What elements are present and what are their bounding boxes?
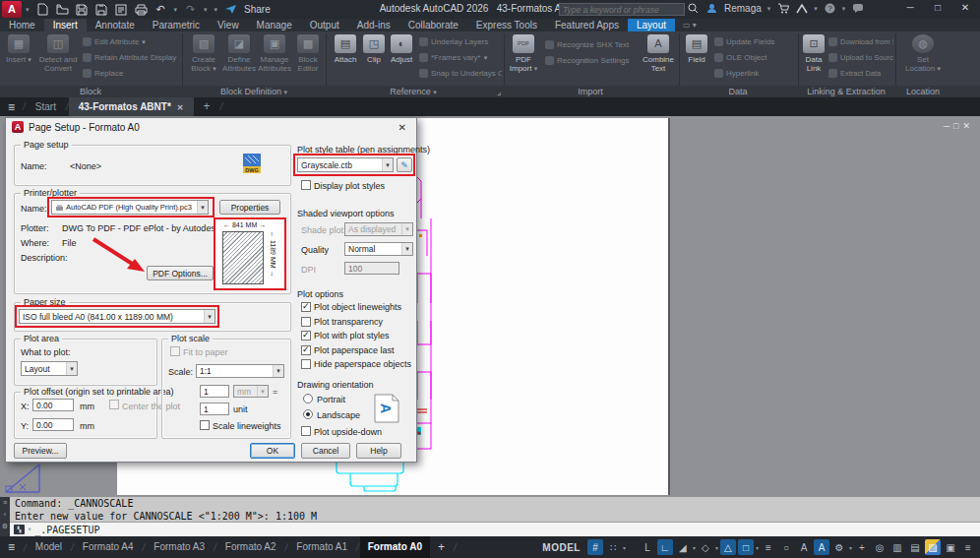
panel-caption-import[interactable]: Import xyxy=(521,86,659,97)
ribbon-tab-home[interactable]: Home xyxy=(0,19,44,31)
plot-option-checkbox[interactable] xyxy=(301,359,311,369)
preview-button[interactable]: Preview... xyxy=(14,443,67,459)
ribbon-tab-insert[interactable]: Insert xyxy=(44,19,87,31)
ribbon-tab-collaborate[interactable]: Collaborate xyxy=(399,19,467,31)
ribbon-tab-add-ins[interactable]: Add-ins xyxy=(348,19,399,31)
customize-menu-icon[interactable]: ≡ xyxy=(960,539,976,555)
block-editor-button[interactable]: ▩ Block Editor xyxy=(291,34,325,73)
panel-caption-block-definition[interactable]: Block Definition ▾ xyxy=(185,86,323,97)
dpi-input[interactable]: 100 xyxy=(344,262,399,275)
printer-name-select[interactable]: AutoCAD PDF (High Quality Print).pc3▾ xyxy=(51,200,209,215)
hardware-accel-icon[interactable]: ▥ xyxy=(889,539,905,555)
extract-data-button[interactable]: Extract Data xyxy=(828,68,893,79)
ribbon-tab-featured-apps[interactable]: Featured Apps xyxy=(546,19,628,31)
plot-option-checkbox[interactable] xyxy=(301,345,311,355)
retain-attribute-button[interactable]: Retain Attribute Display▾ xyxy=(83,52,179,63)
what-to-plot-select[interactable]: Layout▾ xyxy=(21,361,78,376)
define-attributes-button[interactable]: ◪ Define Attributes xyxy=(222,34,256,73)
ribbon-tab-view[interactable]: View xyxy=(209,19,248,31)
fit-to-paper-checkbox[interactable] xyxy=(170,346,180,356)
workspace-gear-icon[interactable]: ⚙ xyxy=(831,539,847,555)
layout-tab-formato-a2[interactable]: Formato A2 xyxy=(217,536,284,558)
dropdown-arrow-icon[interactable]: ▾ xyxy=(756,544,759,551)
command-dropdown-icon[interactable]: ▾ xyxy=(28,526,31,533)
file-tab-close-icon[interactable]: ✕ xyxy=(177,103,184,112)
help-dropdown-icon[interactable]: ▾ xyxy=(842,5,846,13)
autodesk-mark-icon[interactable] xyxy=(795,2,808,15)
layout-tab-formato-a3[interactable]: Formato A3 xyxy=(146,536,213,558)
viewport-close-icon[interactable]: ✕ xyxy=(962,121,974,131)
collapse-icon[interactable]: ‹ xyxy=(0,509,10,521)
undo-icon[interactable]: ↶ xyxy=(154,3,167,16)
edit-plot-style-button[interactable]: ✎ xyxy=(397,157,412,172)
graphics-performance-icon[interactable]: ▨ xyxy=(925,539,941,555)
clip-button[interactable]: ◳ Clip xyxy=(362,34,386,64)
shade-plot-select[interactable]: As displayed▾ xyxy=(344,222,413,236)
ole-object-button[interactable]: OLE Object xyxy=(714,52,795,63)
scale-unit-select[interactable]: mm▾ xyxy=(233,385,269,398)
clean-screen-icon[interactable]: ▣ xyxy=(943,539,958,555)
dropdown-arrow-icon[interactable]: ▾ xyxy=(849,544,852,551)
layout-tab-formato-a0[interactable]: Formato A0 xyxy=(360,536,430,558)
isodraft-icon[interactable]: ◇ xyxy=(698,539,713,555)
new-layout-plus-icon[interactable]: + xyxy=(430,540,453,554)
close-icon[interactable]: ✕ xyxy=(954,2,976,13)
set-location-button[interactable]: ◍ Set Location ▾ xyxy=(905,34,941,73)
panel-caption-reference[interactable]: Reference ▾ xyxy=(344,86,482,97)
x-offset-input[interactable]: 0.00 xyxy=(32,399,74,411)
share-label[interactable]: Share xyxy=(244,4,271,15)
search-icon[interactable] xyxy=(687,2,700,15)
adjust-button[interactable]: ◐ Adjust xyxy=(388,34,415,64)
search-input[interactable] xyxy=(560,5,684,15)
panel-caption-block[interactable]: Block xyxy=(22,86,159,97)
command-history-icon[interactable]: ≡ xyxy=(0,497,10,509)
customization-plus-icon[interactable]: + xyxy=(854,539,870,555)
landscape-radio[interactable] xyxy=(303,409,313,419)
annotation-autoscale-icon[interactable]: A xyxy=(814,539,829,555)
autocad-logo-icon[interactable]: A xyxy=(2,1,22,18)
download-source-button[interactable]: Download from Source xyxy=(828,36,893,47)
dialog-close-icon[interactable]: ✕ xyxy=(395,122,410,133)
share-plane-icon[interactable] xyxy=(224,3,237,16)
plot-style-select[interactable]: Grayscale.ctb▾ xyxy=(297,157,394,172)
scale-mm-input[interactable]: 1 xyxy=(200,385,229,398)
recent-commands-icon[interactable]: ▚ xyxy=(14,525,25,534)
dropdown-arrow-icon[interactable]: ▾ xyxy=(623,544,626,551)
help-button[interactable]: Help xyxy=(356,443,401,459)
file-tab-start[interactable]: Start xyxy=(26,97,66,116)
new-file-icon[interactable] xyxy=(36,3,49,16)
detect-convert-button[interactable]: ◫ Detect and Convert xyxy=(35,34,81,73)
redo-dropdown-icon[interactable]: ▾ xyxy=(204,6,208,14)
scale-lineweights-checkbox[interactable] xyxy=(200,420,210,430)
selection-cycling-icon[interactable]: ○ xyxy=(778,539,794,555)
viewport-minimize-icon[interactable]: ─ xyxy=(944,121,953,131)
user-avatar-icon[interactable] xyxy=(705,2,718,15)
open-folder-icon[interactable] xyxy=(56,3,69,16)
data-link-button[interactable]: ⊡ Data Link xyxy=(801,34,827,73)
combine-text-button[interactable]: A Combine Text xyxy=(642,34,675,73)
minimize-icon[interactable]: ─ xyxy=(899,2,921,13)
redo-icon[interactable]: ↷ xyxy=(184,3,197,16)
user-dropdown-icon[interactable]: ▾ xyxy=(767,5,771,13)
command-prompt-text[interactable]: _.PAGESETUP xyxy=(34,525,99,535)
model-space-label[interactable]: MODEL xyxy=(542,542,581,553)
update-fields-button[interactable]: Update Fields xyxy=(714,36,795,47)
cancel-button[interactable]: Cancel xyxy=(301,443,350,459)
save-as-icon[interactable] xyxy=(95,3,108,16)
pdf-import-button[interactable]: PDF PDF Import ▾ xyxy=(508,34,539,73)
file-menu-hamburger-icon[interactable]: ≡ xyxy=(0,100,23,114)
edit-attribute-button[interactable]: Edit Attribute▾ xyxy=(83,36,179,47)
insert-block-button[interactable]: ▦ Insert ▾ xyxy=(4,34,33,64)
undo-dropdown-icon[interactable]: ▾ xyxy=(174,6,178,14)
snap-underlays-button[interactable]: Snap to Underlays ON▾ xyxy=(419,68,502,79)
create-block-button[interactable]: ▧ Create Block ▾ xyxy=(187,34,220,73)
hyperlink-button[interactable]: Hyperlink xyxy=(714,68,795,79)
properties-button[interactable]: Properties xyxy=(219,200,280,215)
scale-select[interactable]: 1:1▾ xyxy=(196,364,284,378)
print-icon[interactable] xyxy=(135,3,148,16)
username[interactable]: Remaga xyxy=(724,3,762,14)
feedback-icon[interactable] xyxy=(851,2,864,15)
ribbon-tab-annotate[interactable]: Annotate xyxy=(87,19,144,31)
file-tab-document[interactable]: 43-Formatos ABNT*✕ xyxy=(69,97,194,116)
ribbon-tab-parametric[interactable]: Parametric xyxy=(144,19,209,31)
